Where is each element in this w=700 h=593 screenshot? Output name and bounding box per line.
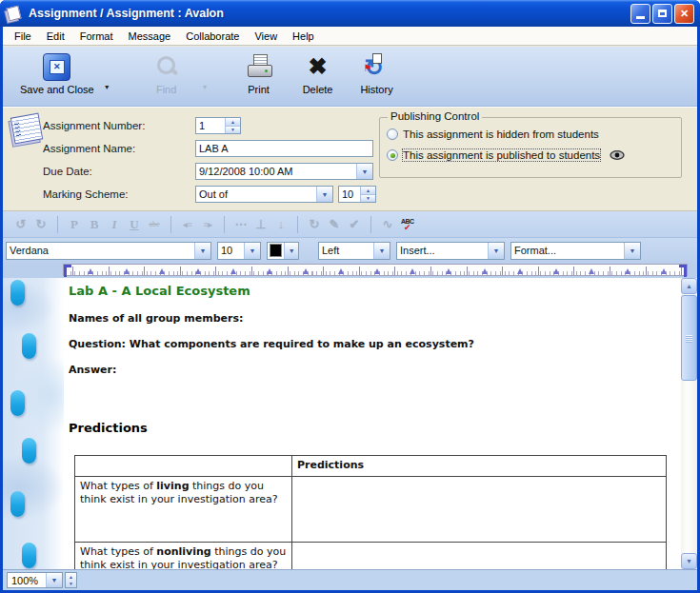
font-size-chevron-icon[interactable]: ▼ xyxy=(244,243,260,259)
delete-button[interactable]: ✖ Delete xyxy=(289,50,348,97)
menu-format[interactable]: Format xyxy=(72,29,121,44)
spellcheck-icon[interactable]: ABC ✔ xyxy=(401,218,414,231)
assignment-number-value[interactable]: 1 xyxy=(196,118,225,133)
font-color-chevron-icon[interactable]: ▼ xyxy=(284,243,298,259)
living-question-cell: What types of living things do you think… xyxy=(75,477,292,543)
scroll-down-icon[interactable]: ▼ xyxy=(681,553,697,569)
binder-ring-icon xyxy=(10,280,25,306)
alignment-chevron-icon[interactable]: ▼ xyxy=(373,243,390,259)
menu-message[interactable]: Message xyxy=(121,29,179,44)
marking-scheme-chevron-icon[interactable]: ▼ xyxy=(316,187,332,202)
window-controls: ✕ xyxy=(630,4,694,24)
outdent-icon[interactable]: ◂≡ xyxy=(181,220,194,229)
notebook-binding-decoration xyxy=(3,278,64,569)
due-date-select[interactable]: 9/12/2008 10:00 AM ▼ xyxy=(195,163,373,180)
table-row: What types of nonliving things do you th… xyxy=(75,543,667,570)
format-chevron-icon[interactable]: ▼ xyxy=(624,243,640,259)
assignment-number-down-icon[interactable]: ▼ xyxy=(226,126,240,134)
close-icon[interactable]: ✕ xyxy=(674,4,694,24)
save-options-chevron-icon[interactable]: ▼ xyxy=(98,84,116,90)
menu-help[interactable]: Help xyxy=(285,29,322,44)
vertical-scrollbar[interactable]: ▲ ▼ xyxy=(681,278,697,569)
nonliving-answer-cell[interactable] xyxy=(292,543,667,570)
marking-points-stepper[interactable]: 10 ▲▼ xyxy=(338,186,376,203)
font-family-value: Verdana xyxy=(7,243,194,259)
hidden-from-students-label[interactable]: This assignment is hidden from students xyxy=(403,128,599,140)
maximize-icon[interactable] xyxy=(652,4,672,24)
marking-points-value[interactable]: 10 xyxy=(339,187,360,202)
strikethrough-icon[interactable]: abc xyxy=(148,220,161,228)
published-to-students-radio[interactable] xyxy=(387,149,398,161)
assignment-notepad-icon xyxy=(10,113,43,145)
history-label: History xyxy=(360,84,392,95)
menu-edit[interactable]: Edit xyxy=(39,29,72,44)
scrollbar-thumb[interactable] xyxy=(681,295,697,381)
marking-scheme-select[interactable]: Out of ▼ xyxy=(195,186,333,203)
indent-icon[interactable]: ≡▸ xyxy=(201,220,214,229)
plain-text-icon[interactable]: P xyxy=(68,217,81,232)
zoom-chevron-icon[interactable]: ▼ xyxy=(46,573,62,587)
search-icon xyxy=(154,54,179,79)
menu-collaborate[interactable]: Collaborate xyxy=(178,29,247,44)
history-button[interactable]: ↻⚑ History xyxy=(348,50,407,97)
redo-icon[interactable]: ↻ xyxy=(34,217,48,232)
main-toolbar: ✕ Save and Close ▼ Find ▼ Print ✖ Delete… xyxy=(3,47,697,107)
assignment-number-stepper[interactable]: 1 ▲▼ xyxy=(195,117,241,134)
revert-icon[interactable]: ↻ xyxy=(308,217,321,232)
marking-points-up-icon[interactable]: ▲ xyxy=(361,187,375,194)
approve-icon[interactable]: ✔ xyxy=(348,217,361,232)
assignment-number-label: Assignment Number: xyxy=(43,120,195,131)
published-to-students-label[interactable]: This assignment is published to students xyxy=(403,149,600,161)
print-label: Print xyxy=(248,84,270,95)
minimize-icon[interactable] xyxy=(630,4,650,24)
alignment-select[interactable]: Left ▼ xyxy=(318,242,390,260)
ruler-right-margin-marker[interactable] xyxy=(679,265,687,277)
binder-ring-icon xyxy=(22,333,36,359)
assignment-number-up-icon[interactable]: ▲ xyxy=(226,118,240,126)
find-label: Find xyxy=(156,84,176,95)
assignment-name-input[interactable]: LAB A xyxy=(195,140,373,157)
zoom-down-icon[interactable]: ▼ xyxy=(66,581,76,588)
menu-view[interactable]: View xyxy=(247,29,285,44)
hidden-from-students-radio[interactable] xyxy=(387,128,398,140)
underline-icon[interactable]: U xyxy=(128,217,141,232)
living-answer-cell[interactable] xyxy=(292,477,667,543)
marking-points-down-icon[interactable]: ▼ xyxy=(361,194,375,203)
print-button[interactable]: Print xyxy=(230,50,289,97)
insert-value: Insert... xyxy=(397,243,488,259)
undo-icon[interactable]: ↺ xyxy=(14,217,28,232)
menu-file[interactable]: File xyxy=(7,29,39,44)
font-family-chevron-icon[interactable]: ▼ xyxy=(194,243,210,259)
font-color-select[interactable]: ▼ xyxy=(267,242,299,260)
alignment-value: Left xyxy=(319,243,373,259)
save-and-close-label: Save and Close xyxy=(20,84,94,95)
indent-first-line-icon[interactable]: ⋯ xyxy=(234,217,248,232)
marking-scheme-label: Marking Scheme: xyxy=(43,188,195,200)
zoom-stepper[interactable]: ▲▼ xyxy=(65,572,77,588)
delete-label: Delete xyxy=(303,84,333,95)
zoom-select[interactable]: 100% ▼ xyxy=(7,572,63,588)
zoom-up-icon[interactable]: ▲ xyxy=(66,573,76,581)
save-and-close-button[interactable]: ✕ Save and Close xyxy=(16,50,98,97)
move-down-icon[interactable]: ↓ xyxy=(274,217,288,232)
due-date-chevron-icon[interactable]: ▼ xyxy=(356,164,372,179)
font-family-select[interactable]: Verdana ▼ xyxy=(6,242,211,260)
insert-chevron-icon[interactable]: ▼ xyxy=(488,243,504,259)
bold-icon[interactable]: B xyxy=(88,217,101,232)
font-size-select[interactable]: 10 ▼ xyxy=(217,242,261,260)
ruler xyxy=(3,263,697,278)
find-options-chevron-icon[interactable]: ▼ xyxy=(196,84,214,90)
ruler-left-margin-marker[interactable] xyxy=(64,265,71,277)
format-value: Format... xyxy=(511,243,624,259)
document-editor[interactable]: Lab A - A Local Ecosystem Names of all g… xyxy=(3,278,697,569)
find-button[interactable]: Find xyxy=(137,50,196,97)
format-select[interactable]: Format... ▼ xyxy=(510,242,641,260)
insert-select[interactable]: Insert... ▼ xyxy=(396,242,505,260)
pen-icon[interactable]: ✎ xyxy=(328,217,341,232)
document-paragraph-question: Question: What components are required t… xyxy=(69,338,474,350)
baseline-spacing-icon[interactable]: ⊥ xyxy=(254,217,268,232)
scroll-up-icon[interactable]: ▲ xyxy=(681,278,697,294)
ruler-scale[interactable] xyxy=(63,264,688,276)
italic-icon[interactable]: I xyxy=(108,217,121,232)
signature-icon[interactable]: ∿ xyxy=(381,217,394,232)
